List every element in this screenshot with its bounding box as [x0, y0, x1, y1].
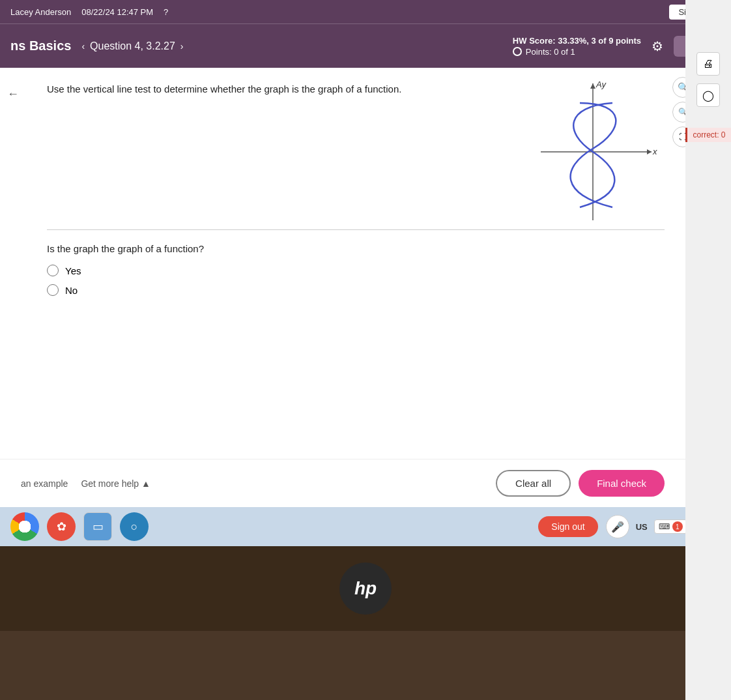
next-question-button[interactable]: ›: [180, 41, 184, 51]
points-label: Points: 0 of 1: [526, 47, 575, 57]
taskbar-app-monitor[interactable]: ▭: [83, 512, 112, 541]
points-row: Points: 0 of 1: [513, 47, 575, 57]
sub-question-text: Is the graph the graph of a function?: [47, 243, 665, 254]
option-yes-label: Yes: [65, 265, 81, 276]
bottom-left: an example Get more help ▲: [21, 478, 150, 489]
nav-bar: ns Basics ‹ Question 4, 3.2.27 › HW Scor…: [0, 23, 731, 68]
bottom-right: Clear all Final check: [496, 470, 665, 497]
final-check-button[interactable]: Final check: [579, 470, 665, 497]
option-no[interactable]: No: [47, 284, 665, 296]
hp-area: hp: [0, 546, 731, 631]
keyboard-label: ⌨: [659, 522, 670, 531]
kbd-badge: 1: [672, 521, 683, 532]
radio-yes[interactable]: [47, 265, 59, 276]
score-block: HW Score: 33.33%, 3 of 9 points Points: …: [513, 36, 641, 57]
question-nav: ‹ Question 4, 3.2.27 ›: [81, 40, 183, 52]
keyboard-icon[interactable]: ⌨ 1: [654, 519, 687, 534]
question-label: Question 4, 3.2.27: [90, 40, 175, 52]
left-nav-arrow[interactable]: ←: [0, 68, 26, 459]
user-name: Lacey Anderson: [10, 7, 71, 17]
top-bar-left: Lacey Anderson 08/22/24 12:47 PM ?: [10, 7, 168, 17]
svg-text:x: x: [652, 147, 657, 156]
bottom-bar: an example Get more help ▲ Clear all Fin…: [0, 459, 685, 507]
gear-icon[interactable]: ⚙: [652, 38, 663, 54]
content-area: Ay x 🔍 🔍 ⛶ Use the vertical line test to…: [26, 68, 685, 459]
get-more-help-button[interactable]: Get more help ▲: [81, 478, 150, 489]
svg-text:Ay: Ay: [595, 80, 607, 89]
chrome-icon[interactable]: [10, 512, 39, 541]
taskbar: ✿ ▭ ○ Sign out 🎤 US ⌨ 1 Aug 22: [0, 507, 731, 546]
language-indicator: US: [636, 522, 648, 532]
sign-out-button[interactable]: Sign out: [538, 516, 597, 537]
function-graph: Ay x: [521, 77, 665, 227]
divider: [47, 229, 665, 230]
prev-question-button[interactable]: ‹: [81, 41, 85, 51]
sidebar-extra-icon[interactable]: ◯: [696, 83, 720, 107]
answer-options: Yes No: [47, 265, 665, 296]
date-time: 08/22/24 12:47 PM: [81, 7, 153, 17]
taskbar-app-red[interactable]: ✿: [47, 512, 76, 541]
top-bar: Lacey Anderson 08/22/24 12:47 PM ? Sign …: [0, 0, 731, 23]
clear-all-button[interactable]: Clear all: [496, 470, 571, 497]
microphone-icon[interactable]: 🎤: [606, 515, 629, 538]
radio-no[interactable]: [47, 284, 59, 296]
option-yes[interactable]: Yes: [47, 265, 665, 276]
option-no-label: No: [65, 285, 78, 296]
right-sidebar: 🖨 ◯ correct: 0: [685, 0, 731, 700]
points-circle-icon: [513, 47, 522, 56]
svg-marker-3: [590, 83, 595, 89]
correct-indicator: correct: 0: [685, 128, 730, 142]
taskbar-app-blue[interactable]: ○: [120, 512, 149, 541]
hw-score: HW Score: 33.33%, 3 of 9 points: [513, 36, 641, 46]
example-link[interactable]: an example: [21, 478, 68, 489]
course-title: ns Basics: [10, 38, 71, 53]
svg-marker-2: [647, 149, 652, 154]
main-wrapper: ← Ay x 🔍 🔍: [0, 68, 731, 459]
hp-logo: hp: [339, 562, 392, 615]
print-icon[interactable]: 🖨: [696, 52, 720, 76]
graph-container: Ay x 🔍 🔍 ⛶: [521, 77, 665, 229]
help-icon[interactable]: ?: [164, 7, 168, 17]
